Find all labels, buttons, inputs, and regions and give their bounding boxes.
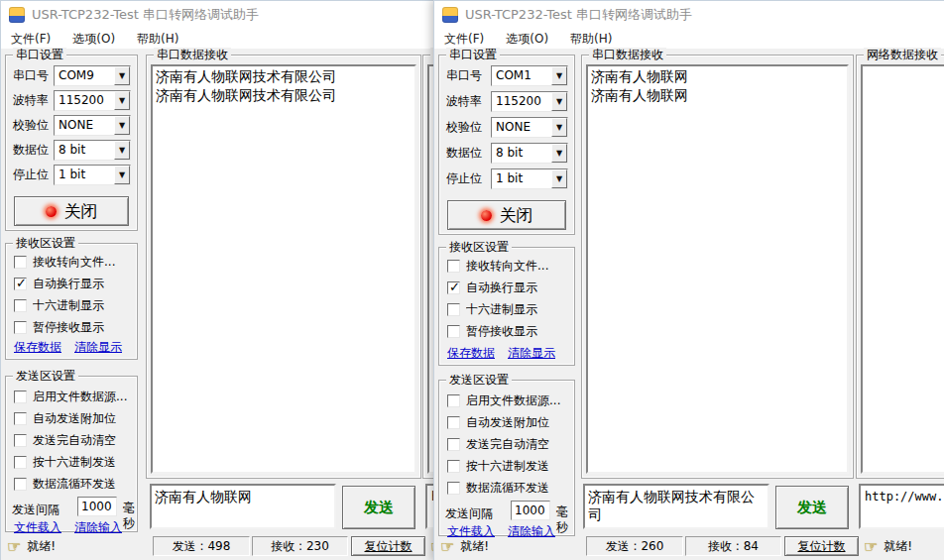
save-data-link[interactable]: 保存数据 (447, 345, 495, 362)
save-data-link[interactable]: 保存数据 (14, 339, 61, 356)
checkbox[interactable] (447, 460, 460, 473)
checkbox-row[interactable]: 按十六进制发送 (447, 458, 570, 474)
checkbox[interactable] (447, 416, 460, 429)
group-title: 接收区设置 (13, 236, 78, 250)
pointing-hand-icon: ☞ (864, 539, 878, 555)
parity-label: 校验位 (13, 115, 49, 136)
clear-display-link[interactable]: 清除显示 (508, 345, 555, 362)
menu-file[interactable]: 文件(F) (440, 30, 488, 49)
checkbox-row[interactable]: 启用文件数据源... (14, 389, 133, 404)
chevron-down-icon[interactable]: ▼ (551, 92, 567, 111)
chevron-down-icon[interactable]: ▼ (114, 91, 130, 110)
close-port-button[interactable]: 关闭 (447, 200, 566, 230)
send-input[interactable]: 济南有人物联网技术有限公司 (583, 484, 769, 529)
chevron-down-icon[interactable]: ▼ (114, 166, 130, 184)
parity-select[interactable]: NONE ▼ (491, 117, 568, 138)
chevron-down-icon[interactable]: ▼ (551, 66, 567, 85)
checkbox[interactable] (447, 438, 460, 451)
chevron-down-icon[interactable]: ▼ (551, 118, 567, 137)
com-port-select[interactable]: COM1 ▼ (491, 65, 568, 86)
checkbox[interactable] (14, 256, 27, 269)
window-title: USR-TCP232-Test 串口转网络调试助手 (465, 6, 692, 24)
checkbox[interactable] (447, 260, 460, 273)
serial-receive-area[interactable]: 济南有人物联网 济南有人物联网 (586, 64, 849, 474)
chevron-down-icon[interactable]: ▼ (551, 144, 567, 163)
checkbox[interactable] (14, 278, 27, 290)
titlebar[interactable]: USR-TCP232-Test 串口转网络调试助手 (434, 1, 944, 29)
network-status: ☞ 就绪! (864, 536, 912, 557)
file-load-link[interactable]: 文件载入 (14, 519, 61, 536)
checkbox[interactable] (14, 299, 27, 312)
checkbox[interactable] (14, 434, 27, 447)
stopbits-label: 停止位 (13, 165, 49, 185)
parity-select[interactable]: NONE ▼ (54, 115, 131, 136)
com-port-row: 串口号 COM1 ▼ (446, 65, 568, 86)
checkbox[interactable] (14, 412, 27, 425)
checkbox[interactable] (14, 478, 27, 491)
databits-select[interactable]: 8 bit ▼ (491, 143, 568, 164)
checkbox-row[interactable]: 自动发送附加位 (447, 414, 570, 430)
parity-label: 校验位 (446, 117, 482, 138)
interval-input[interactable]: 1000 (511, 501, 550, 520)
send-button[interactable]: 发送 (342, 486, 415, 529)
checkbox-row[interactable]: 自动发送附加位 (14, 410, 133, 426)
chevron-down-icon[interactable]: ▼ (551, 169, 567, 188)
checkbox[interactable] (447, 281, 460, 294)
group-title: 串口数据接收 (154, 48, 231, 61)
checkbox-row[interactable]: 发送完自动清空 (14, 432, 133, 448)
checkbox-row[interactable]: 数据流循环发送 (447, 480, 570, 496)
interval-input[interactable]: 1000 (77, 497, 117, 516)
com-port-value: COM1 (496, 66, 550, 85)
stopbits-select[interactable]: 1 bit ▼ (54, 165, 131, 185)
url-input[interactable]: http://www.usr (859, 484, 944, 529)
send-input[interactable]: 济南有人物联网 (150, 484, 336, 529)
reset-count-button[interactable]: 复位计数 (351, 536, 425, 556)
checkbox-row[interactable]: 暂停接收显示 (447, 323, 570, 339)
clear-input-link[interactable]: 清除输入 (74, 519, 122, 536)
network-receive-area[interactable] (861, 64, 944, 474)
chevron-down-icon[interactable]: ▼ (114, 116, 130, 135)
close-port-button[interactable]: 关闭 (14, 196, 129, 226)
databits-select[interactable]: 8 bit ▼ (54, 140, 131, 161)
checkbox-row[interactable]: 数据流循环发送 (14, 476, 133, 492)
checkbox[interactable] (14, 321, 27, 334)
databits-label: 数据位 (446, 143, 482, 164)
checkbox-row[interactable]: 十六进制显示 (447, 301, 570, 317)
checkbox[interactable] (14, 391, 27, 403)
app-window-right: USR-TCP232-Test 串口转网络调试助手 文件(F) 选项(O) 帮助… (433, 0, 944, 560)
menu-help[interactable]: 帮助(H) (566, 30, 616, 49)
menu-file[interactable]: 文件(F) (7, 30, 55, 49)
serial-receive-area[interactable]: 济南有人物联网技术有限公司 济南有人物联网技术有限公司 (151, 64, 416, 474)
baud-select[interactable]: 115200 ▼ (54, 90, 131, 111)
checkbox-row[interactable]: 自动换行显示 (14, 276, 133, 291)
reset-count-button[interactable]: 复位计数 (784, 536, 859, 556)
checkbox[interactable] (447, 325, 460, 338)
baud-select[interactable]: 115200 ▼ (491, 91, 568, 112)
checkbox-row[interactable]: 十六进制显示 (14, 297, 133, 313)
checkbox-row[interactable]: 按十六进制发送 (14, 454, 133, 470)
checkbox-label: 发送完自动清空 (466, 436, 549, 453)
stopbits-select[interactable]: 1 bit ▼ (491, 168, 568, 189)
checkbox-row[interactable]: 接收转向文件... (447, 258, 570, 274)
checkbox-row[interactable]: 发送完自动清空 (447, 436, 570, 452)
menu-options[interactable]: 选项(O) (502, 30, 552, 49)
checkbox-label: 发送完自动清空 (33, 432, 116, 449)
send-button[interactable]: 发送 (775, 486, 849, 529)
checkbox[interactable] (447, 303, 460, 316)
menu-options[interactable]: 选项(O) (68, 30, 119, 49)
checkbox[interactable] (447, 394, 460, 407)
baud-value: 115200 (59, 91, 113, 110)
checkbox-row[interactable]: 启用文件数据源... (447, 392, 570, 408)
chevron-down-icon[interactable]: ▼ (114, 141, 130, 160)
clear-display-link[interactable]: 清除显示 (74, 339, 122, 356)
checkbox-row[interactable]: 自动换行显示 (447, 280, 570, 295)
checkbox[interactable] (447, 482, 460, 495)
chevron-down-icon[interactable]: ▼ (114, 66, 130, 85)
checkbox-row[interactable]: 接收转向文件... (14, 254, 133, 270)
menu-help[interactable]: 帮助(H) (133, 30, 182, 49)
checkbox-row[interactable]: 暂停接收显示 (14, 319, 133, 335)
app-icon (442, 7, 458, 23)
interval-label: 发送间隔 (12, 500, 59, 520)
com-port-select[interactable]: COM9 ▼ (54, 65, 131, 86)
checkbox[interactable] (14, 456, 27, 469)
